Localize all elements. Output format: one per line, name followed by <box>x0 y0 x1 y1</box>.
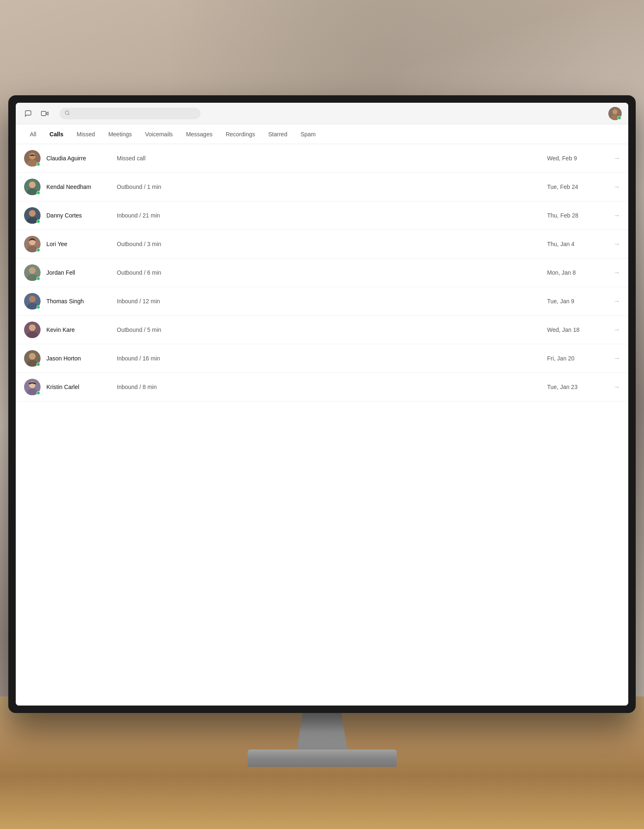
svg-point-5 <box>613 109 617 114</box>
online-indicator <box>36 191 40 195</box>
call-type: Inbound / 12 min <box>117 298 547 305</box>
call-date: Tue, Jan 23 <box>547 384 605 390</box>
call-detail-arrow[interactable]: → <box>613 240 620 248</box>
monitor-stand-base <box>248 749 397 767</box>
contact-name: Kendal Needham <box>46 184 113 190</box>
call-date: Mon, Jan 8 <box>547 269 605 276</box>
contact-name: Danny Cortes <box>46 212 113 219</box>
chat-icon[interactable] <box>22 108 34 119</box>
monitor-screen: All Calls Missed Meetings Voicemails Mes… <box>16 103 628 706</box>
table-row[interactable]: Kendal Needham Outbound / 1 min Tue, Feb… <box>16 173 628 201</box>
contact-avatar <box>24 150 41 167</box>
contact-name: Jason Horton <box>46 355 113 362</box>
user-avatar[interactable] <box>608 107 622 120</box>
online-indicator <box>36 363 40 366</box>
monitor-body: All Calls Missed Meetings Voicemails Mes… <box>8 95 636 713</box>
contact-name: Claudia Aguirre <box>46 155 113 162</box>
tab-starred[interactable]: Starred <box>263 128 293 140</box>
call-type: Inbound / 8 min <box>117 384 547 390</box>
call-type: Outbound / 5 min <box>117 326 547 333</box>
call-date: Fri, Jan 20 <box>547 355 605 362</box>
topbar <box>16 103 628 124</box>
svg-point-2 <box>65 111 69 114</box>
avatar-image <box>24 321 41 338</box>
table-row[interactable]: Jordan Fell Outbound / 6 min Mon, Jan 8 … <box>16 259 628 287</box>
svg-line-3 <box>68 114 69 115</box>
svg-point-26 <box>29 324 36 331</box>
call-date: Wed, Jan 18 <box>547 326 605 333</box>
contact-name: Lori Yee <box>46 241 113 247</box>
contact-avatar <box>24 321 41 338</box>
call-detail-arrow[interactable]: → <box>613 297 620 305</box>
call-type: Inbound / 16 min <box>117 355 547 362</box>
svg-marker-0 <box>46 112 48 115</box>
call-date: Tue, Jan 9 <box>547 298 605 305</box>
tab-recordings[interactable]: Recordings <box>220 128 261 140</box>
online-indicator <box>36 220 40 223</box>
call-list: Claudia Aguirre Missed call Wed, Feb 9 →… <box>16 144 628 706</box>
contact-name: Jordan Fell <box>46 269 113 276</box>
call-type: Outbound / 3 min <box>117 241 547 247</box>
search-icon <box>65 110 70 117</box>
contact-avatar <box>24 350 41 367</box>
svg-rect-1 <box>41 111 46 116</box>
table-row[interactable]: Jason Horton Inbound / 16 min Fri, Jan 2… <box>16 344 628 373</box>
contact-avatar <box>24 293 41 309</box>
contact-avatar <box>24 179 41 195</box>
contact-avatar <box>24 264 41 281</box>
contact-name: Thomas Singh <box>46 298 113 305</box>
svg-point-8 <box>29 153 36 160</box>
call-detail-arrow[interactable]: → <box>613 326 620 334</box>
call-type: Inbound / 21 min <box>117 212 547 219</box>
tab-meetings[interactable]: Meetings <box>102 128 137 140</box>
online-indicator <box>36 162 40 166</box>
online-indicator <box>36 277 40 280</box>
call-detail-arrow[interactable]: → <box>613 355 620 362</box>
call-detail-arrow[interactable]: → <box>613 269 620 276</box>
call-detail-arrow[interactable]: → <box>613 383 620 391</box>
table-row[interactable]: Lori Yee Outbound / 3 min Thu, Jan 4 → <box>16 230 628 259</box>
call-date: Thu, Feb 28 <box>547 212 605 219</box>
tab-calls[interactable]: Calls <box>44 128 69 140</box>
svg-point-20 <box>29 267 36 274</box>
contact-avatar <box>24 379 41 395</box>
search-input[interactable] <box>72 110 195 116</box>
svg-point-14 <box>29 210 36 217</box>
call-detail-arrow[interactable]: → <box>613 155 620 162</box>
svg-point-29 <box>29 353 36 360</box>
table-row[interactable]: Danny Cortes Inbound / 21 min Thu, Feb 2… <box>16 201 628 230</box>
call-detail-arrow[interactable]: → <box>613 212 620 219</box>
table-row[interactable]: Claudia Aguirre Missed call Wed, Feb 9 → <box>16 144 628 173</box>
call-date: Wed, Feb 9 <box>547 155 605 162</box>
call-type: Missed call <box>117 155 547 162</box>
tab-messages[interactable]: Messages <box>180 128 218 140</box>
svg-point-23 <box>29 296 36 302</box>
online-indicator <box>36 248 40 252</box>
tab-bar: All Calls Missed Meetings Voicemails Mes… <box>16 124 628 144</box>
call-date: Tue, Feb 24 <box>547 184 605 190</box>
online-indicator <box>36 391 40 395</box>
search-bar[interactable] <box>60 108 200 119</box>
tab-voicemails[interactable]: Voicemails <box>139 128 178 140</box>
video-icon[interactable] <box>39 108 51 119</box>
tab-all[interactable]: All <box>24 128 42 140</box>
svg-point-11 <box>29 181 36 188</box>
contact-name: Kevin Kare <box>46 326 113 333</box>
user-online-indicator <box>617 116 621 120</box>
call-date: Thu, Jan 4 <box>547 241 605 247</box>
tab-spam[interactable]: Spam <box>295 128 322 140</box>
table-row[interactable]: Kevin Kare Outbound / 5 min Wed, Jan 18 … <box>16 316 628 344</box>
call-type: Outbound / 6 min <box>117 269 547 276</box>
app-container: All Calls Missed Meetings Voicemails Mes… <box>16 103 628 706</box>
contact-avatar <box>24 236 41 252</box>
call-type: Outbound / 1 min <box>117 184 547 190</box>
tab-missed[interactable]: Missed <box>71 128 101 140</box>
call-detail-arrow[interactable]: → <box>613 183 620 191</box>
table-row[interactable]: Kristin Carlel Inbound / 8 min Tue, Jan … <box>16 373 628 401</box>
contact-avatar <box>24 207 41 224</box>
contact-name: Kristin Carlel <box>46 384 113 390</box>
online-indicator <box>36 305 40 309</box>
table-row[interactable]: Thomas Singh Inbound / 12 min Tue, Jan 9… <box>16 287 628 316</box>
